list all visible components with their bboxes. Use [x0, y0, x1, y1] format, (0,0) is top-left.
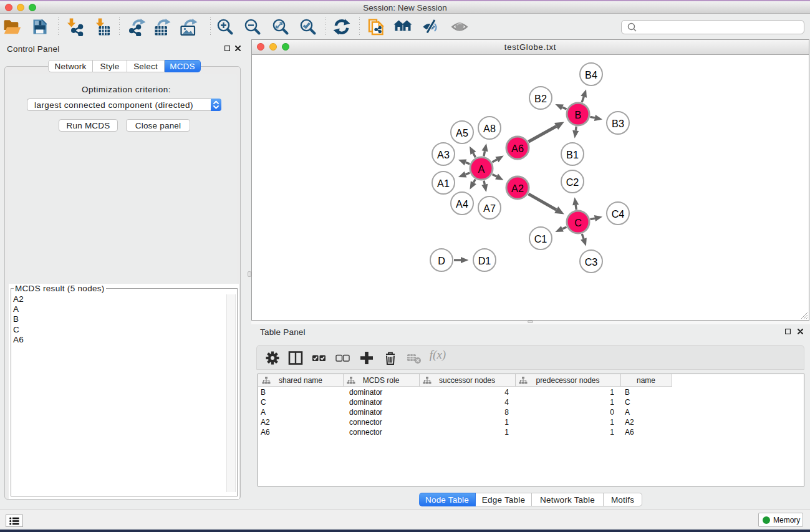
- svg-text:A7: A7: [483, 203, 496, 214]
- svg-text:A6: A6: [511, 143, 524, 154]
- svg-text:C2: C2: [566, 177, 579, 188]
- svg-text:C: C: [574, 217, 582, 228]
- svg-text:B3: B3: [612, 118, 624, 129]
- svg-text:C3: C3: [585, 256, 598, 268]
- svg-text:B4: B4: [585, 69, 597, 80]
- svg-text:A8: A8: [483, 123, 496, 134]
- svg-text:A: A: [478, 163, 485, 175]
- svg-text:A2: A2: [511, 183, 524, 194]
- svg-text:A4: A4: [456, 198, 468, 210]
- svg-text:D1: D1: [478, 255, 491, 266]
- svg-text:D: D: [438, 255, 445, 266]
- svg-text:A1: A1: [437, 178, 450, 189]
- svg-text:C1: C1: [534, 233, 547, 244]
- svg-text:A3: A3: [437, 149, 450, 160]
- svg-text:B1: B1: [566, 149, 579, 160]
- svg-text:A5: A5: [456, 127, 468, 138]
- svg-text:B: B: [575, 109, 582, 120]
- svg-text:C4: C4: [612, 208, 625, 220]
- svg-text:B2: B2: [534, 93, 547, 104]
